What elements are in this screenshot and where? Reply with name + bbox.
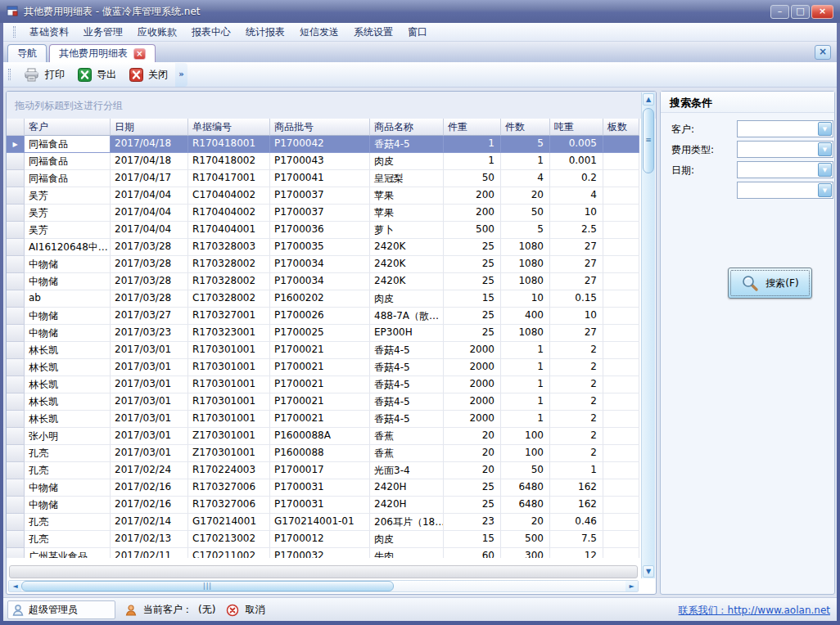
table-cell[interactable]: P1700042 [270,136,370,153]
table-cell[interactable]: 2017/04/04 [111,187,188,205]
table-cell[interactable]: 林长凯 [25,393,111,411]
cancel-button[interactable]: 取消 [245,603,264,617]
scroll-left-icon[interactable]: ◄ [9,581,21,591]
table-cell[interactable] [603,514,639,531]
table-cell[interactable]: 孔亮 [25,445,111,462]
table-cell[interactable] [603,445,639,462]
table-cell[interactable]: 25 [444,273,501,290]
menu-item-7[interactable]: 窗口 [400,23,435,42]
table-cell[interactable]: G170214001-01 [270,514,370,531]
table-cell[interactable]: P1700021 [270,342,370,359]
table-cell[interactable]: 1080 [501,273,550,290]
table-cell[interactable]: 6480 [501,497,550,514]
table-cell[interactable]: 12 [550,548,603,558]
table-cell[interactable] [603,325,639,342]
table-row[interactable]: 张小明2017/03/01Z170301001P1600088A香蕉201002 [7,428,643,445]
table-cell[interactable]: 香蕉 [370,445,444,462]
table-cell[interactable]: 肉皮 [370,290,444,308]
scroll-down-icon[interactable]: ▼ [643,565,654,578]
table-cell[interactable]: 0.2 [550,170,603,187]
table-cell[interactable]: 1 [501,342,550,359]
table-cell[interactable]: 15 [444,290,501,308]
table-cell[interactable] [603,342,639,359]
table-cell[interactable]: 同福食品 [25,136,111,153]
table-cell[interactable]: R170417001 [188,170,270,187]
table-cell[interactable]: 100 [501,445,550,462]
table-cell[interactable]: 2 [550,342,603,359]
table-cell[interactable]: 4 [550,187,603,205]
table-row[interactable]: 中物储2017/02/16R170327006P17000312420H2564… [7,497,643,514]
fee-type-combobox[interactable]: ▼ [737,141,833,158]
table-cell[interactable]: 吴芳 [25,187,111,205]
table-cell[interactable] [603,308,639,325]
table-cell[interactable]: 2420H [370,479,444,497]
table-cell[interactable]: 2017/04/18 [111,153,188,170]
table-cell[interactable]: P1700032 [270,548,370,558]
vertical-scrollbar[interactable]: ▲ ≡ ▼ [641,92,655,578]
table-cell[interactable] [603,187,639,205]
table-cell[interactable]: 2017/02/24 [111,462,188,479]
contact-link[interactable]: 联系我们：http://www.aolan.net [679,604,830,618]
table-cell[interactable]: 同福食品 [25,153,111,170]
table-cell[interactable]: 中物储 [25,256,111,273]
table-cell[interactable]: R170301001 [188,411,270,428]
table-cell[interactable] [603,290,639,308]
table-row[interactable]: 中物储2017/03/27R170327001P1700026488-7A（散…… [7,308,643,325]
customer-input[interactable] [738,122,817,136]
table-cell[interactable]: 2420K [370,273,444,290]
table-cell[interactable]: 0.005 [550,136,603,153]
table-cell[interactable]: P1700021 [270,393,370,411]
table-cell[interactable]: C170404002 [188,187,270,205]
table-row[interactable]: 同福食品2017/04/17R170417001P1700041皇冠梨5040.… [7,170,643,187]
table-cell[interactable]: 20 [501,514,550,531]
table-cell[interactable]: C170328002 [188,290,270,308]
table-cell[interactable]: 2017/02/14 [111,514,188,531]
table-cell[interactable]: 0.15 [550,290,603,308]
table-cell[interactable]: 27 [550,325,603,342]
table-row[interactable]: 吴芳2017/04/04R170404002P1700037苹果2005010 [7,205,643,222]
table-cell[interactable]: Z170301001 [188,445,270,462]
table-cell[interactable]: 50 [501,462,550,479]
table-cell[interactable]: 27 [550,239,603,256]
table-cell[interactable]: 香菇4-5 [370,376,444,393]
table-cell[interactable]: 2017/03/01 [111,411,188,428]
column-header-2[interactable]: 单据编号 [188,119,270,136]
table-cell[interactable]: 光面3-4 [370,462,444,479]
table-cell[interactable]: 2000 [444,393,501,411]
table-cell[interactable]: 林长凯 [25,376,111,393]
horizontal-scrollbar[interactable]: ◄ ||| ► [8,580,639,592]
table-cell[interactable]: 林长凯 [25,359,111,376]
date-from-input[interactable] [738,163,817,177]
table-cell[interactable] [603,222,639,239]
table-cell[interactable]: 60 [444,548,501,558]
table-cell[interactable] [603,531,639,548]
table-row[interactable]: 广州某业食品2017/02/11C170211002P1700032牛肉6030… [7,548,643,558]
table-cell[interactable] [603,479,639,497]
table-cell[interactable] [603,411,639,428]
table-cell[interactable]: 2017/03/01 [111,376,188,393]
table-cell[interactable]: 25 [444,256,501,273]
table-cell[interactable]: 500 [501,531,550,548]
table-cell[interactable]: 2017/02/16 [111,479,188,497]
table-cell[interactable]: 27 [550,273,603,290]
table-cell[interactable]: 200 [444,205,501,222]
table-cell[interactable] [603,428,639,445]
table-cell[interactable]: P1700021 [270,376,370,393]
print-button[interactable]: 打印 [17,65,71,84]
table-cell[interactable]: 2 [550,393,603,411]
customer-combobox[interactable]: ▼ [737,120,833,137]
table-cell[interactable]: 1 [501,393,550,411]
table-cell[interactable]: R170301001 [188,376,270,393]
tab-close-icon[interactable]: × [133,48,146,60]
table-cell[interactable]: P1700017 [270,462,370,479]
search-button[interactable]: 搜索(F) [728,268,812,299]
column-header-4[interactable]: 商品名称 [370,119,444,136]
column-header-5[interactable]: 件重 [444,119,501,136]
table-cell[interactable]: 香菇4-5 [370,393,444,411]
cancel-icon[interactable] [226,604,239,617]
table-cell[interactable]: 香菇4-5 [370,342,444,359]
table-cell[interactable] [603,548,639,558]
menu-item-4[interactable]: 统计报表 [238,23,292,42]
table-cell[interactable]: 2017/03/01 [111,428,188,445]
table-cell[interactable]: 7.5 [550,531,603,548]
